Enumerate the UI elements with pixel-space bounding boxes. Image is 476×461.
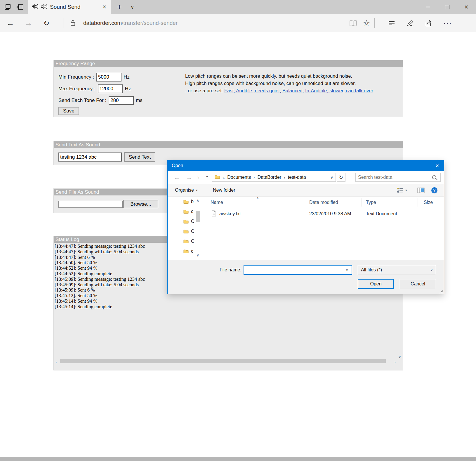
tabs-aside-icon[interactable]	[14, 0, 26, 14]
help-button[interactable]: ?	[431, 184, 437, 197]
preset-line: ..or use a pre-set: Fast, Audible, needs…	[185, 87, 373, 94]
cancel-button[interactable]: Cancel	[400, 279, 436, 289]
file-type: Text Document	[366, 209, 397, 219]
min-frequency-unit: Hz	[124, 74, 130, 80]
save-button[interactable]: Save	[58, 107, 79, 115]
send-text-input[interactable]	[58, 152, 122, 162]
maximize-icon	[445, 5, 449, 9]
web-notes-pen-icon[interactable]	[404, 14, 417, 32]
dialog-forward-icon[interactable]: →	[184, 171, 194, 184]
column-header-size[interactable]: Size	[424, 197, 433, 208]
sidebar-folder-item[interactable]: c	[183, 249, 193, 254]
open-button[interactable]: Open	[358, 279, 394, 289]
sidebar-folder-label: C	[191, 239, 194, 244]
preset-link-inaudible[interactable]: In-Audible, slower, can talk over	[305, 88, 373, 93]
file-path-input[interactable]	[58, 201, 123, 208]
file-date-modified: 23/02/2010 9:38 AM	[309, 209, 351, 219]
column-header-type[interactable]: Type	[366, 197, 376, 208]
column-separator[interactable]	[305, 198, 305, 207]
breadcrumb-collapse-icon[interactable]: «	[223, 175, 225, 180]
breadcrumb-item-databorder[interactable]: DataBorder	[258, 175, 282, 180]
log-hscroll-left-icon[interactable]: ‹	[56, 360, 57, 364]
dialog-close-button[interactable]: ×	[430, 160, 444, 171]
sidebar-folder-item[interactable]: C	[183, 239, 194, 244]
breadcrumb[interactable]: « Documents › DataBorder › test-data ∨	[212, 173, 336, 182]
favorites-star-icon[interactable]: ☆	[360, 14, 373, 32]
sidebar-folder-item[interactable]: C	[183, 219, 194, 224]
sort-ascending-icon: ∧	[256, 196, 259, 200]
max-frequency-input[interactable]	[98, 84, 123, 93]
file-name-dropdown-icon[interactable]: ∨	[346, 268, 348, 272]
dialog-back-icon[interactable]: ←	[172, 171, 182, 184]
search-input[interactable]	[356, 175, 432, 180]
tab-close-icon[interactable]: ×	[101, 4, 107, 10]
sidebar-scroll-up-icon[interactable]: ∧	[197, 198, 199, 202]
frequency-range-header: Frequency Range	[54, 60, 403, 67]
dialog-up-icon[interactable]: ↑	[202, 171, 212, 184]
tone-duration-unit: ms	[136, 98, 143, 103]
site-favicon-speaker-icon	[41, 4, 47, 11]
file-row-awskey[interactable]: awskey.txt	[211, 209, 241, 219]
file-name-combobox[interactable]: ∨	[244, 265, 352, 275]
organise-menu[interactable]: Organise ▾	[175, 184, 197, 197]
view-mode-dropdown-icon[interactable]: ▾	[405, 188, 407, 192]
browser-window: Sound Send × + ∨ × ← → ↻ databorder.com/…	[0, 0, 476, 461]
file-name-input[interactable]	[244, 267, 346, 273]
sidebar-scroll-thumb[interactable]	[196, 211, 200, 222]
dialog-nav-bar: ← → ∨ ↑ « Documents › DataBorder › test-…	[168, 171, 444, 184]
sidebar-scroll-down-icon[interactable]: ∨	[197, 253, 199, 257]
sidebar-folder-item[interactable]: c	[183, 209, 193, 214]
min-frequency-input[interactable]	[96, 73, 121, 82]
send-text-button[interactable]: Send Text	[124, 152, 155, 162]
chevron-right-icon-2: ›	[284, 175, 285, 180]
min-frequency-label: Min Frequency :	[58, 74, 94, 80]
tab-preview-icon[interactable]	[2, 0, 13, 14]
new-folder-label: New folder	[213, 188, 235, 193]
browser-tab[interactable]: Sound Send ×	[28, 0, 111, 14]
url-text[interactable]: databorder.com/transfer/sound-sender	[83, 14, 178, 32]
dialog-resize-grip[interactable]	[439, 290, 443, 293]
preset-link-fast[interactable]: Fast, Audible, needs quiet	[224, 88, 280, 93]
browser-horizontal-scrollbar[interactable]	[0, 457, 476, 461]
new-folder-button[interactable]: New folder	[213, 184, 235, 197]
more-options-icon[interactable]: ···	[441, 14, 454, 32]
preset-link-balanced[interactable]: Balanced	[282, 88, 303, 93]
window-close-button[interactable]: ×	[457, 0, 476, 14]
sidebar-folder-label: c	[191, 249, 193, 254]
address-dropdown-icon[interactable]: ∨	[330, 175, 333, 180]
file-type-filter-dropdown[interactable]: All files (*) ∨	[358, 265, 436, 275]
log-vscroll-down-icon[interactable]: ∨	[398, 355, 401, 359]
reading-view-icon[interactable]	[346, 14, 360, 32]
view-mode-icon[interactable]: ▾	[397, 184, 407, 197]
dialog-recent-dropdown-icon[interactable]: ∨	[195, 171, 201, 184]
share-icon[interactable]	[422, 14, 435, 32]
breadcrumb-item-test-data[interactable]: test-data	[288, 175, 306, 180]
folder-icon	[215, 175, 220, 180]
refresh-button[interactable]: ↻	[40, 14, 53, 32]
dialog-refresh-icon[interactable]: ↻	[337, 173, 345, 182]
sidebar-folder-item[interactable]: C	[183, 229, 194, 234]
organise-label: Organise	[175, 188, 194, 193]
tab-list-dropdown-icon[interactable]: ∨	[126, 0, 138, 14]
column-header-name[interactable]: Name	[211, 197, 223, 208]
log-hscroll-thumb[interactable]	[60, 359, 386, 363]
forward-button[interactable]: →	[22, 14, 35, 32]
window-maximize-button[interactable]	[437, 0, 457, 14]
column-header-date-modified[interactable]: Date modified	[309, 197, 338, 208]
frequency-range-section: Frequency Range Min Frequency : Hz Max F…	[53, 60, 403, 117]
back-button[interactable]: ←	[4, 14, 17, 32]
search-box[interactable]	[355, 173, 441, 182]
log-hscroll-right-icon[interactable]: ›	[394, 360, 395, 364]
browse-button[interactable]: Browse...	[123, 200, 158, 208]
tab-audio-playing-icon[interactable]	[32, 4, 38, 11]
dialog-footer: File name: ∨ All files (*) ∨ Open Cancel	[168, 260, 444, 294]
tone-duration-input[interactable]	[109, 96, 134, 105]
column-separator[interactable]	[418, 198, 418, 207]
preview-pane-icon[interactable]	[417, 184, 425, 197]
column-separator[interactable]	[362, 198, 362, 207]
sidebar-folder-item[interactable]: b	[183, 199, 194, 204]
breadcrumb-item-documents[interactable]: Documents	[227, 175, 251, 180]
new-tab-button[interactable]: +	[113, 0, 126, 14]
window-minimize-button[interactable]	[418, 0, 437, 14]
hub-icon[interactable]	[385, 14, 398, 32]
